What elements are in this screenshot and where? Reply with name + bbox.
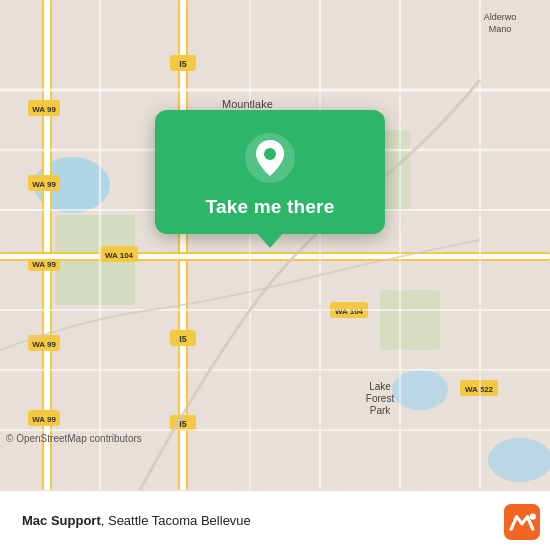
svg-text:Forest: Forest xyxy=(366,393,395,404)
svg-point-54 xyxy=(264,148,276,160)
svg-text:Mountlake: Mountlake xyxy=(222,98,273,110)
osm-attribution: © OpenStreetMap contributors xyxy=(6,433,142,444)
svg-text:WA 99: WA 99 xyxy=(32,180,56,189)
svg-text:WA 99: WA 99 xyxy=(32,415,56,424)
svg-point-4 xyxy=(488,438,550,482)
svg-text:Alderwo: Alderwo xyxy=(484,12,517,22)
location-pin-icon xyxy=(244,132,296,184)
svg-text:WA 104: WA 104 xyxy=(105,251,134,260)
map-view: I5 I5 I5 WA 99 WA 99 WA 99 WA 99 WA 99 W… xyxy=(0,0,550,490)
moovit-logo xyxy=(500,504,540,540)
svg-text:I5: I5 xyxy=(179,334,187,344)
svg-text:WA 99: WA 99 xyxy=(32,260,56,269)
svg-text:WA 104: WA 104 xyxy=(335,307,364,316)
svg-rect-29 xyxy=(0,254,550,259)
place-name: Mac Support, Seattle Tacoma Bellevue xyxy=(16,513,540,528)
svg-text:Park: Park xyxy=(370,405,392,416)
svg-text:I5: I5 xyxy=(179,59,187,69)
bottom-bar: Mac Support, Seattle Tacoma Bellevue xyxy=(0,490,550,550)
svg-text:Lake: Lake xyxy=(369,381,391,392)
svg-point-56 xyxy=(530,513,536,519)
svg-text:WA 99: WA 99 xyxy=(32,105,56,114)
moovit-icon xyxy=(504,504,540,540)
svg-text:WA 99: WA 99 xyxy=(32,340,56,349)
take-me-there-popup[interactable]: Take me there xyxy=(155,110,385,234)
svg-rect-7 xyxy=(380,290,440,350)
take-me-there-label: Take me there xyxy=(206,196,335,218)
svg-text:Mano: Mano xyxy=(489,24,512,34)
